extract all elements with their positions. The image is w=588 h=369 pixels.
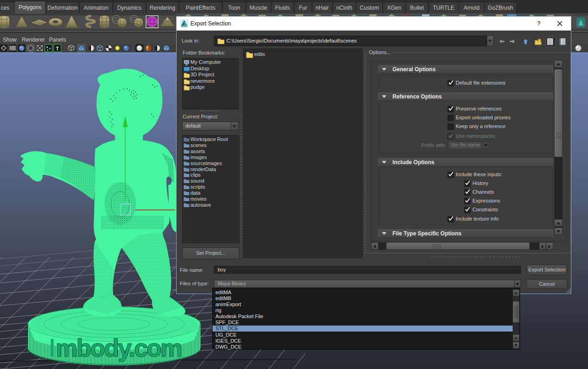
svg-text:mbody.com: mbody.com: [55, 334, 181, 362]
svg-text:T: T: [56, 46, 59, 51]
